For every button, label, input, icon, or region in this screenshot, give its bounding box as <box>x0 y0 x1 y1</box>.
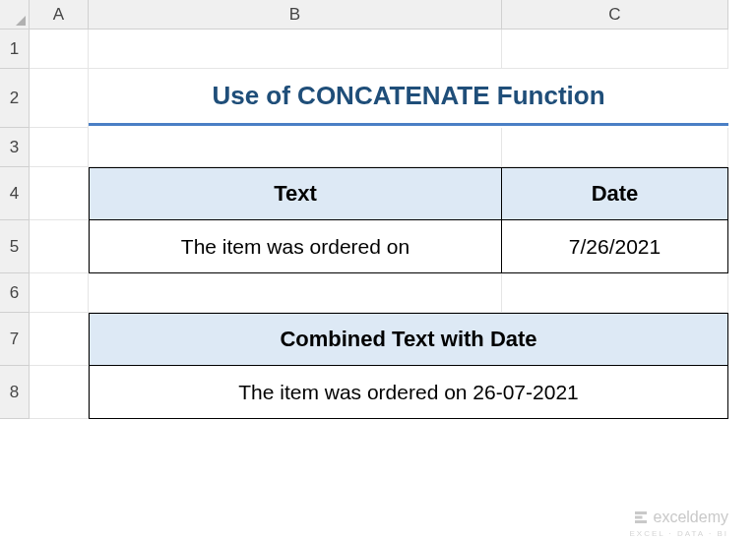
row-header-7[interactable]: 7 <box>0 313 30 366</box>
column-header-c[interactable]: C <box>502 0 728 30</box>
row-header-1[interactable]: 1 <box>0 30 30 69</box>
cell-b1[interactable] <box>89 30 502 69</box>
table1-header-date[interactable]: Date <box>501 167 728 220</box>
table1-value-date[interactable]: 7/26/2021 <box>501 219 728 273</box>
cell-a4[interactable] <box>30 167 89 220</box>
watermark-text: exceldemy <box>654 509 728 526</box>
cell-c1[interactable] <box>502 30 728 69</box>
select-all-corner[interactable] <box>0 0 30 30</box>
page-title[interactable]: Use of CONCATENATE Function <box>89 69 728 126</box>
row-header-5[interactable]: 5 <box>0 220 30 273</box>
cell-a7[interactable] <box>30 313 89 366</box>
cell-b3[interactable] <box>89 128 502 167</box>
column-header-b[interactable]: B <box>89 0 502 30</box>
column-header-a[interactable]: A <box>30 0 89 30</box>
watermark-tagline: EXCEL · DATA · BI <box>629 529 728 538</box>
watermark-icon <box>632 509 650 526</box>
cell-a2[interactable] <box>30 69 89 128</box>
row-header-3[interactable]: 3 <box>0 128 30 167</box>
cell-b6[interactable] <box>89 273 502 313</box>
row-header-6[interactable]: 6 <box>0 273 30 313</box>
table1-header-text[interactable]: Text <box>89 167 502 220</box>
row-header-4[interactable]: 4 <box>0 167 30 220</box>
table2-header[interactable]: Combined Text with Date <box>89 313 728 366</box>
cell-a5[interactable] <box>30 220 89 273</box>
table1-value-text[interactable]: The item was ordered on <box>89 219 502 273</box>
row-header-8[interactable]: 8 <box>0 366 30 419</box>
cell-a1[interactable] <box>30 30 89 69</box>
table2-value[interactable]: The item was ordered on 26-07-2021 <box>89 365 728 419</box>
row-header-2[interactable]: 2 <box>0 69 30 128</box>
row-headers: 1 2 3 4 5 6 7 8 <box>0 30 30 419</box>
cell-a6[interactable] <box>30 273 89 313</box>
cell-c6[interactable] <box>502 273 728 313</box>
watermark: exceldemy <box>632 509 728 526</box>
cell-c3[interactable] <box>502 128 728 167</box>
cell-a8[interactable] <box>30 366 89 419</box>
cell-a3[interactable] <box>30 128 89 167</box>
column-headers: A B C <box>30 0 728 30</box>
